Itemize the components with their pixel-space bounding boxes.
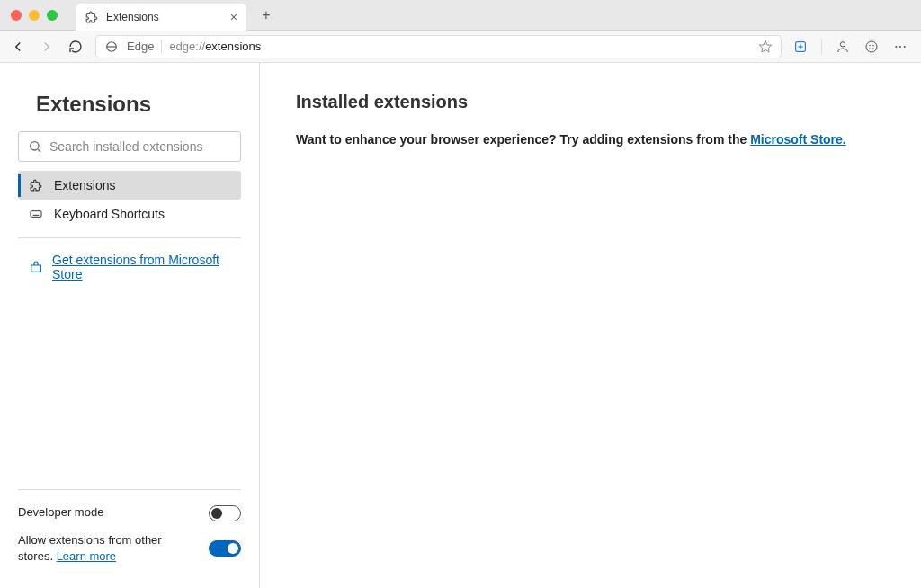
sidebar: Extensions Extensions Keyboard Shortcuts [0, 63, 260, 588]
window-tab-bar: Extensions × + [0, 0, 921, 31]
forward-button[interactable] [38, 38, 56, 56]
sidebar-bottom: Developer mode Allow extensions from oth… [18, 480, 241, 570]
main-heading: Installed extensions [296, 92, 885, 112]
svg-point-7 [895, 46, 897, 48]
sidebar-item-label: Keyboard Shortcuts [54, 207, 165, 221]
svg-point-9 [904, 46, 906, 48]
svg-point-3 [840, 41, 845, 46]
divider [18, 489, 241, 490]
keyboard-icon [29, 207, 43, 221]
main-panel: Installed extensions Want to enhance you… [260, 63, 921, 588]
edge-logo-icon [103, 39, 120, 55]
svg-point-8 [899, 46, 901, 48]
window-traffic-lights [11, 10, 58, 21]
browser-toolbar: Edge edge://extensions [0, 31, 921, 63]
allow-other-stores-row: Allow extensions from other stores. Lear… [18, 527, 241, 570]
developer-mode-toggle[interactable] [209, 505, 241, 521]
address-site-label: Edge [127, 40, 162, 53]
svg-point-5 [870, 45, 871, 46]
get-extensions-store-link[interactable]: Get extensions from Microsoft Store [52, 253, 230, 281]
svg-rect-11 [31, 211, 41, 218]
developer-mode-row: Developer mode [18, 499, 241, 526]
browser-tab[interactable]: Extensions × [76, 4, 246, 31]
extension-icon [29, 178, 43, 192]
page-title: Extensions [36, 92, 241, 117]
address-bar[interactable]: Edge edge://extensions [95, 35, 782, 58]
sidebar-item-keyboard-shortcuts[interactable]: Keyboard Shortcuts [18, 200, 241, 228]
divider [18, 237, 241, 238]
toolbar-right-group [792, 39, 912, 55]
sidebar-item-extensions[interactable]: Extensions [18, 171, 241, 200]
content-area: Extensions Extensions Keyboard Shortcuts [0, 63, 921, 588]
profile-icon[interactable] [835, 39, 851, 55]
favorite-icon[interactable] [757, 39, 773, 55]
close-tab-button[interactable]: × [230, 10, 237, 24]
tab-title: Extensions [106, 11, 159, 23]
enhance-prompt: Want to enhance your browser experience?… [296, 132, 885, 147]
toolbar-separator [821, 39, 822, 55]
svg-point-4 [866, 41, 877, 52]
new-tab-button[interactable]: + [254, 3, 279, 28]
learn-more-link[interactable]: Learn more [57, 549, 116, 563]
svg-point-6 [873, 45, 874, 46]
store-link-row: Get extensions from Microsoft Store [18, 247, 241, 287]
search-box[interactable] [18, 131, 241, 162]
allow-other-stores-toggle[interactable] [209, 540, 241, 557]
back-button[interactable] [9, 38, 27, 56]
fullscreen-window-button[interactable] [47, 10, 58, 21]
feedback-smiley-icon[interactable] [863, 39, 880, 55]
developer-mode-label: Developer mode [18, 504, 209, 521]
address-url-text: edge://extensions [169, 40, 261, 53]
minimize-window-button[interactable] [29, 10, 40, 21]
more-menu-icon[interactable] [892, 39, 908, 55]
microsoft-store-link[interactable]: Microsoft Store. [750, 132, 846, 147]
store-icon [29, 260, 43, 274]
close-window-button[interactable] [11, 10, 22, 21]
refresh-button[interactable] [67, 38, 85, 56]
sidebar-item-label: Extensions [54, 178, 115, 192]
svg-point-10 [31, 142, 39, 150]
extension-icon [85, 10, 99, 24]
search-input[interactable] [49, 139, 231, 154]
collections-icon[interactable] [792, 39, 809, 55]
search-icon [28, 139, 42, 154]
svg-marker-1 [759, 40, 771, 52]
allow-other-stores-label: Allow extensions from other stores. Lear… [18, 532, 209, 565]
